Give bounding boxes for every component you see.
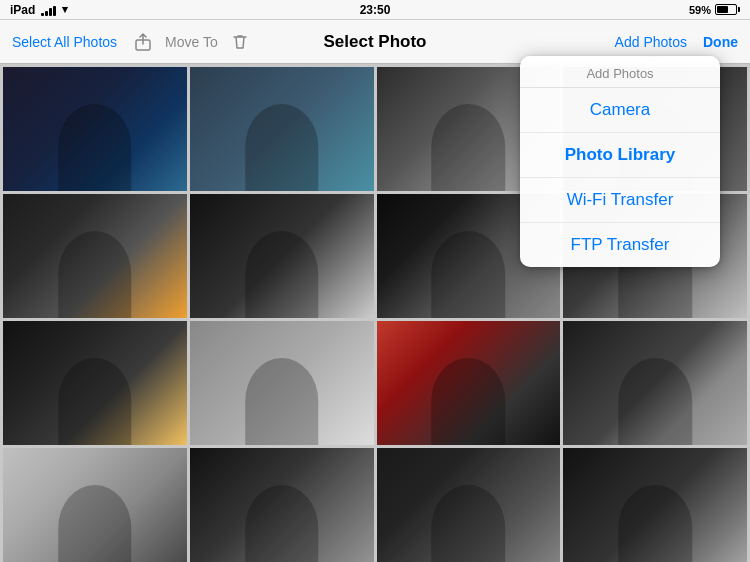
dropdown-item-camera[interactable]: Camera [520, 88, 720, 133]
dropdown-overlay: Add Photos Camera Photo Library Wi-Fi Tr… [0, 0, 750, 562]
dropdown-item-wifi-transfer[interactable]: Wi-Fi Transfer [520, 178, 720, 223]
dropdown-item-ftp-transfer[interactable]: FTP Transfer [520, 223, 720, 267]
dropdown-header: Add Photos [520, 56, 720, 88]
dropdown-item-photo-library[interactable]: Photo Library [520, 133, 720, 178]
add-photos-dropdown: Add Photos Camera Photo Library Wi-Fi Tr… [520, 56, 720, 267]
